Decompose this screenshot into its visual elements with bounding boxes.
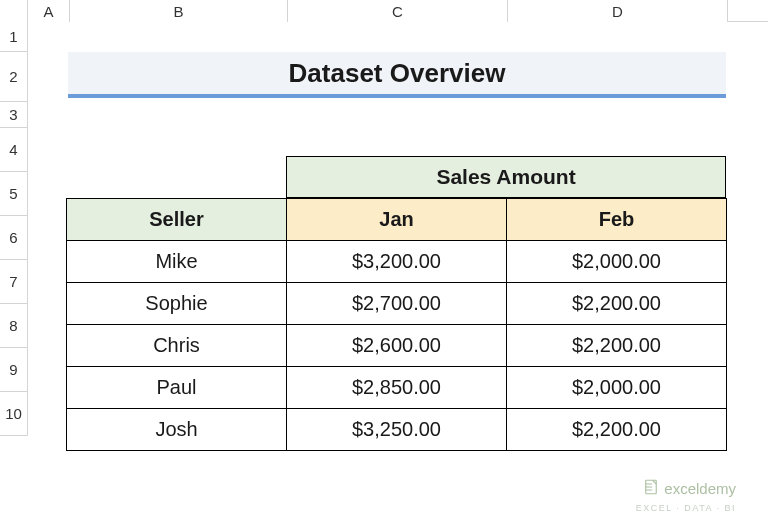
- select-all-corner[interactable]: [0, 0, 28, 22]
- seller-name[interactable]: Josh: [67, 409, 287, 451]
- seller-name[interactable]: Sophie: [67, 283, 287, 325]
- jan-value[interactable]: $2,850.00: [287, 367, 507, 409]
- col-header-d[interactable]: D: [508, 0, 728, 22]
- seller-name[interactable]: Paul: [67, 367, 287, 409]
- feb-header[interactable]: Feb: [507, 199, 727, 241]
- column-header-row: A B C D: [0, 0, 768, 22]
- jan-value[interactable]: $2,600.00: [287, 325, 507, 367]
- row-header-7[interactable]: 7: [0, 260, 28, 304]
- seller-name[interactable]: Chris: [67, 325, 287, 367]
- table-row: Chris $2,600.00 $2,200.00: [67, 325, 727, 367]
- header-row: Seller Jan Feb: [67, 199, 727, 241]
- seller-name[interactable]: Mike: [67, 241, 287, 283]
- feb-value[interactable]: $2,200.00: [507, 283, 727, 325]
- row-header-1[interactable]: 1: [0, 22, 28, 52]
- row-header-col: 1 2 3 4 5 6 7 8 9 10: [0, 22, 28, 436]
- row-header-9[interactable]: 9: [0, 348, 28, 392]
- row-header-10[interactable]: 10: [0, 392, 28, 436]
- row-header-8[interactable]: 8: [0, 304, 28, 348]
- data-table: Seller Jan Feb Mike $3,200.00 $2,000.00 …: [66, 198, 727, 451]
- row-header-2[interactable]: 2: [0, 52, 28, 102]
- jan-value[interactable]: $3,200.00: [287, 241, 507, 283]
- row-header-5[interactable]: 5: [0, 172, 28, 216]
- row-header-3[interactable]: 3: [0, 102, 28, 128]
- table-row: Josh $3,250.00 $2,200.00: [67, 409, 727, 451]
- col-header-c[interactable]: C: [288, 0, 508, 22]
- jan-value[interactable]: $2,700.00: [287, 283, 507, 325]
- watermark-text: exceldemy: [664, 480, 736, 497]
- page-title[interactable]: Dataset Overview: [68, 52, 726, 98]
- watermark-tagline: EXCEL · DATA · BI: [636, 503, 736, 513]
- feb-value[interactable]: $2,000.00: [507, 367, 727, 409]
- document-icon: [642, 478, 660, 499]
- seller-header[interactable]: Seller: [67, 199, 287, 241]
- row-header-6[interactable]: 6: [0, 216, 28, 260]
- jan-value[interactable]: $3,250.00: [287, 409, 507, 451]
- table-row: Sophie $2,700.00 $2,200.00: [67, 283, 727, 325]
- feb-value[interactable]: $2,200.00: [507, 325, 727, 367]
- worksheet-grid[interactable]: Dataset Overview Sales Amount Seller Jan…: [28, 22, 768, 519]
- table-row: Mike $3,200.00 $2,000.00: [67, 241, 727, 283]
- watermark-brand: exceldemy: [642, 478, 736, 499]
- feb-value[interactable]: $2,000.00: [507, 241, 727, 283]
- row-header-4[interactable]: 4: [0, 128, 28, 172]
- col-header-a[interactable]: A: [28, 0, 70, 22]
- feb-value[interactable]: $2,200.00: [507, 409, 727, 451]
- col-header-b[interactable]: B: [70, 0, 288, 22]
- table-row: Paul $2,850.00 $2,000.00: [67, 367, 727, 409]
- jan-header[interactable]: Jan: [287, 199, 507, 241]
- sales-amount-header[interactable]: Sales Amount: [286, 156, 726, 198]
